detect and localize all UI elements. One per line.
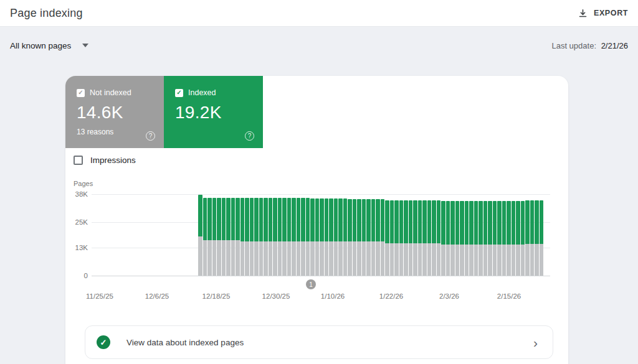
bar[interactable] [376, 199, 380, 276]
bar[interactable] [338, 198, 343, 276]
bar[interactable] [282, 198, 287, 276]
bar[interactable] [450, 201, 455, 276]
bar[interactable] [343, 198, 348, 276]
bar[interactable] [362, 199, 366, 276]
bar[interactable] [269, 198, 273, 276]
bar[interactable] [310, 198, 315, 276]
indexed-segment [278, 198, 282, 241]
indexed-segment [446, 201, 450, 245]
not-indexed-segment [240, 241, 245, 276]
bar[interactable] [390, 200, 394, 276]
not-indexed-segment [269, 241, 273, 276]
indexed-segment [512, 201, 516, 245]
bar[interactable] [273, 198, 277, 276]
bar[interactable] [381, 199, 385, 276]
not-indexed-segment [455, 245, 460, 276]
bar[interactable] [207, 198, 212, 276]
bar[interactable] [259, 198, 264, 276]
bar[interactable] [441, 201, 445, 276]
annotation-badge[interactable]: 1 [306, 279, 316, 289]
bar[interactable] [198, 195, 202, 276]
bar[interactable] [245, 198, 249, 276]
bar[interactable] [287, 198, 292, 276]
bar[interactable] [427, 200, 432, 276]
bar[interactable] [394, 200, 399, 276]
bar[interactable] [478, 201, 483, 276]
view-data-button[interactable]: ✓ View data about indexed pages › [85, 325, 553, 359]
bar[interactable] [231, 198, 236, 276]
bar[interactable] [315, 198, 320, 276]
not-indexed-segment [343, 241, 348, 276]
bar[interactable] [348, 199, 352, 276]
bar[interactable] [512, 201, 516, 276]
bar[interactable] [413, 200, 417, 276]
indexed-segment [399, 200, 404, 243]
bar[interactable] [530, 200, 535, 276]
bar[interactable] [222, 198, 226, 276]
export-button[interactable]: EXPORT [578, 9, 628, 18]
indexed-segment [483, 201, 488, 245]
bar[interactable] [357, 199, 361, 276]
bar[interactable] [334, 198, 338, 276]
bar[interactable] [483, 201, 488, 276]
bar[interactable] [278, 198, 282, 276]
indexed-segment [348, 199, 352, 241]
bar[interactable] [460, 201, 464, 276]
bar[interactable] [422, 200, 427, 276]
bar[interactable] [465, 201, 469, 276]
bar[interactable] [292, 198, 296, 276]
bar[interactable] [488, 201, 492, 276]
indexed-segment [306, 198, 310, 241]
bar[interactable] [497, 201, 502, 276]
bar[interactable] [306, 198, 310, 276]
bar[interactable] [212, 198, 217, 276]
bar[interactable] [521, 201, 525, 276]
not-indexed-segment [329, 241, 333, 276]
bar[interactable] [418, 200, 422, 276]
bar[interactable] [250, 198, 254, 276]
bar[interactable] [409, 200, 413, 276]
bar[interactable] [502, 201, 507, 276]
bar[interactable] [516, 201, 520, 276]
not-indexed-segment [348, 241, 352, 276]
bar[interactable] [366, 199, 371, 276]
bar[interactable] [385, 200, 389, 276]
indexed-segment [535, 200, 539, 244]
bar[interactable] [437, 200, 441, 276]
bar[interactable] [226, 198, 231, 276]
not-indexed-segment [516, 245, 520, 276]
bar[interactable] [254, 198, 259, 276]
bar[interactable] [525, 200, 530, 276]
indexed-segment [390, 200, 394, 243]
bar[interactable] [264, 198, 268, 276]
indexed-segment [320, 198, 324, 241]
bar[interactable] [371, 199, 376, 276]
bar[interactable] [507, 201, 511, 276]
bar[interactable] [540, 200, 544, 276]
stacked-bar-series[interactable] [198, 194, 543, 276]
bar[interactable] [399, 200, 404, 276]
bar[interactable] [329, 198, 333, 276]
not-indexed-segment [366, 241, 371, 276]
x-tick-label: 1/10/26 [308, 292, 358, 300]
bar[interactable] [493, 201, 497, 276]
bar[interactable] [455, 201, 460, 276]
indexed-segment [362, 199, 366, 241]
bar[interactable] [236, 198, 240, 276]
bar[interactable] [432, 200, 436, 276]
bar[interactable] [217, 198, 221, 276]
bar[interactable] [203, 198, 207, 276]
bar[interactable] [404, 200, 408, 276]
bar[interactable] [474, 201, 478, 276]
bar[interactable] [353, 199, 357, 276]
bar[interactable] [301, 198, 305, 276]
bar[interactable] [297, 198, 301, 276]
bar[interactable] [320, 198, 324, 276]
bar[interactable] [535, 200, 539, 276]
x-tick-label: 11/25/25 [75, 292, 125, 300]
bar[interactable] [240, 198, 245, 276]
page-filter-dropdown[interactable]: All known pages [10, 41, 88, 50]
bar[interactable] [446, 201, 450, 276]
bar[interactable] [325, 198, 329, 276]
bar[interactable] [469, 201, 474, 276]
